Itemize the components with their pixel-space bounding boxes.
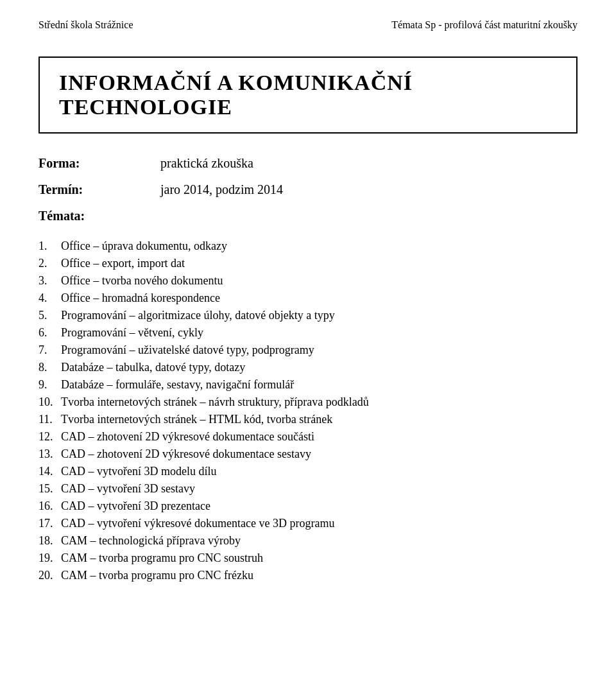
topic-number: 16.	[38, 499, 61, 513]
topic-text: Office – export, import dat	[61, 257, 578, 270]
topic-number: 15.	[38, 482, 61, 496]
topic-number: 14.	[38, 465, 61, 478]
topic-text: Tvorba internetových stránek – HTML kód,…	[61, 413, 578, 426]
topic-text: CAD – vytvoření výkresové dokumentace ve…	[61, 517, 578, 530]
forma-row: Forma: praktická zkouška	[38, 156, 578, 171]
list-item: 6.Programování – větvení, cykly	[38, 326, 578, 340]
list-item: 19.CAM – tvorba programu pro CNC soustru…	[38, 551, 578, 565]
list-item: 8.Databáze – tabulka, datové typy, dotaz…	[38, 361, 578, 374]
topic-number: 2.	[38, 257, 61, 270]
topic-text: CAD – vytvoření 3D modelu dílu	[61, 465, 578, 478]
topic-text: CAD – vytvoření 3D sestavy	[61, 482, 578, 496]
topic-text: Tvorba internetových stránek – návrh str…	[61, 395, 578, 409]
topic-text: CAD – zhotovení 2D výkresové dokumentace…	[61, 430, 578, 444]
topic-number: 11.	[38, 413, 61, 426]
topic-number: 5.	[38, 309, 61, 322]
temata-label: Témata:	[38, 209, 122, 223]
page-title: INFORMAČNÍ A KOMUNIKAČNÍ TECHNOLOGIE	[59, 71, 557, 119]
topic-number: 3.	[38, 274, 61, 288]
topic-number: 7.	[38, 343, 61, 357]
list-item: 5.Programování – algoritmizace úlohy, da…	[38, 309, 578, 322]
topic-number: 19.	[38, 551, 61, 565]
topics-list: 1.Office – úprava dokumentu, odkazy2.Off…	[38, 239, 578, 582]
school-name: Střední škola Strážnice	[38, 19, 133, 31]
temata-row: Témata:	[38, 209, 578, 223]
topic-number: 18.	[38, 534, 61, 548]
topic-text: Office – tvorba nového dokumentu	[61, 274, 578, 288]
forma-label: Forma:	[38, 156, 122, 171]
topic-text: CAD – vytvoření 3D prezentace	[61, 499, 578, 513]
topic-text: Databáze – tabulka, datové typy, dotazy	[61, 361, 578, 374]
topic-text: Databáze – formuláře, sestavy, navigační…	[61, 378, 578, 392]
list-item: 12.CAD – zhotovení 2D výkresové dokument…	[38, 430, 578, 444]
topic-text: Programování – větvení, cykly	[61, 326, 578, 340]
topic-number: 1.	[38, 239, 61, 253]
topic-text: Programování – uživatelské datové typy, …	[61, 343, 578, 357]
termin-label: Termín:	[38, 182, 122, 197]
list-item: 3.Office – tvorba nového dokumentu	[38, 274, 578, 288]
topic-number: 8.	[38, 361, 61, 374]
page-header: Střední škola Strážnice Témata Sp - prof…	[38, 19, 578, 37]
termin-value: jaro 2014, podzim 2014	[160, 182, 283, 197]
list-item: 9.Databáze – formuláře, sestavy, navigač…	[38, 378, 578, 392]
list-item: 15.CAD – vytvoření 3D sestavy	[38, 482, 578, 496]
list-item: 14.CAD – vytvoření 3D modelu dílu	[38, 465, 578, 478]
topic-text: CAM – technologická příprava výroby	[61, 534, 578, 548]
topic-number: 6.	[38, 326, 61, 340]
topic-text: CAM – tvorba programu pro CNC soustruh	[61, 551, 578, 565]
list-item: 20.CAM – tvorba programu pro CNC frézku	[38, 569, 578, 582]
topic-number: 20.	[38, 569, 61, 582]
topic-number: 4.	[38, 291, 61, 305]
list-item: 7.Programování – uživatelské datové typy…	[38, 343, 578, 357]
topic-text: CAD – zhotovení 2D výkresové dokumentace…	[61, 447, 578, 461]
topic-number: 17.	[38, 517, 61, 530]
topic-text: Office – hromadná korespondence	[61, 291, 578, 305]
list-item: 1.Office – úprava dokumentu, odkazy	[38, 239, 578, 253]
list-item: 11.Tvorba internetových stránek – HTML k…	[38, 413, 578, 426]
list-item: 4.Office – hromadná korespondence	[38, 291, 578, 305]
list-item: 2.Office – export, import dat	[38, 257, 578, 270]
forma-value: praktická zkouška	[160, 156, 253, 171]
list-item: 10.Tvorba internetových stránek – návrh …	[38, 395, 578, 409]
topic-text: CAM – tvorba programu pro CNC frézku	[61, 569, 578, 582]
meta-section: Forma: praktická zkouška Termín: jaro 20…	[38, 156, 578, 223]
document-subtitle: Témata Sp - profilová část maturitní zko…	[391, 19, 578, 31]
topic-text: Office – úprava dokumentu, odkazy	[61, 239, 578, 253]
list-item: 16.CAD – vytvoření 3D prezentace	[38, 499, 578, 513]
termin-row: Termín: jaro 2014, podzim 2014	[38, 182, 578, 197]
topic-number: 10.	[38, 395, 61, 409]
topic-number: 13.	[38, 447, 61, 461]
topic-number: 9.	[38, 378, 61, 392]
title-box: INFORMAČNÍ A KOMUNIKAČNÍ TECHNOLOGIE	[38, 56, 578, 134]
list-item: 13.CAD – zhotovení 2D výkresové dokument…	[38, 447, 578, 461]
topic-number: 12.	[38, 430, 61, 444]
topic-text: Programování – algoritmizace úlohy, dato…	[61, 309, 578, 322]
list-item: 18.CAM – technologická příprava výroby	[38, 534, 578, 548]
list-item: 17.CAD – vytvoření výkresové dokumentace…	[38, 517, 578, 530]
